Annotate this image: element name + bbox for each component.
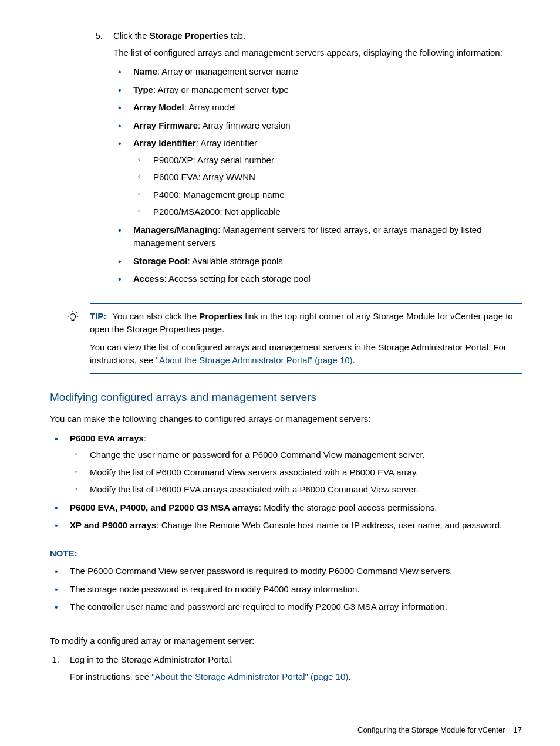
sub-list: Change the user name or password for a P…	[70, 448, 522, 497]
list-item: The controller user name and password ar…	[50, 600, 522, 614]
tip-p2: You can view the list of configured arra…	[90, 341, 522, 367]
tip-p1a: You can also click the	[112, 311, 199, 321]
list-item: The P6000 Command View server password i…	[50, 565, 522, 578]
step-text-post: tab.	[228, 31, 245, 40]
post-note-intro: To modify a configured array or manageme…	[50, 634, 522, 648]
sub-list-item: P4000: Management group name	[133, 188, 522, 202]
step-line: Log in to the Storage Administrator Port…	[70, 654, 234, 664]
section-body: You can make the following changes to co…	[50, 413, 522, 689]
tip-p1b: Properties	[199, 311, 242, 321]
note-label: NOTE:	[50, 547, 522, 561]
page-footer: Configuring the Storage Module for vCent…	[50, 724, 522, 736]
list-item: P6000 EVA, P4000, and P2000 G3 MSA array…	[50, 501, 522, 515]
sub-list-item: P6000 EVA: Array WWNN	[133, 171, 522, 184]
svg-line-5	[76, 312, 77, 313]
sub-list-item: Change the user name or password for a P…	[70, 448, 522, 462]
step-link[interactable]: "About the Storage Administrator Portal"…	[151, 671, 348, 681]
list-item: P6000 EVA arrays: Change the user name o…	[50, 432, 522, 497]
sub-list-item: P2000/MSA2000: Not applicable	[133, 205, 522, 219]
step-5: 5. Click the Storage Properties tab. The…	[90, 29, 522, 291]
page-number: 17	[514, 724, 522, 736]
note-block: NOTE: The P6000 Command View server pass…	[50, 541, 522, 625]
list-item: XP and P9000 arrays: Change the Remote W…	[50, 519, 522, 532]
svg-point-0	[70, 313, 75, 319]
sub-list-item: Modify the list of P6000 EVA arrays asso…	[70, 483, 522, 497]
section-list: P6000 EVA arrays: Change the user name o…	[50, 432, 522, 532]
step-description: The list of configured arrays and manage…	[113, 46, 522, 60]
tip-text: TIP:You can also click the Properties li…	[90, 310, 522, 367]
tip-icon	[66, 310, 90, 328]
tip-link[interactable]: "About the Storage Administrator Portal"…	[156, 355, 353, 365]
tip-label: TIP:	[90, 311, 106, 321]
list-item: Type: Array or management server type	[113, 83, 522, 97]
step-number: 1.	[50, 653, 70, 689]
svg-line-4	[69, 312, 69, 313]
list-item: Name: Array or management server name	[113, 65, 522, 79]
list-item: Array Model: Array model	[113, 101, 522, 114]
step-1: 1. Log in to the Storage Administrator P…	[50, 653, 522, 689]
list-item: Access: Access setting for each storage …	[113, 272, 522, 286]
section-heading: Modifying configured arrays and manageme…	[9, 389, 522, 406]
note-list: The P6000 Command View server password i…	[50, 565, 522, 614]
list-item: Array Firmware: Array firmware version	[113, 119, 522, 133]
tip-block: TIP:You can also click the Properties li…	[90, 303, 522, 374]
sub-list-item: P9000/XP: Array serial number	[133, 154, 522, 167]
footer-text: Configuring the Storage Module for vCent…	[357, 724, 505, 736]
list-item: Array Identifier: Array identifier P9000…	[113, 137, 522, 219]
step-number: 5.	[90, 29, 113, 291]
section-intro: You can make the following changes to co…	[50, 413, 522, 426]
step-desc: For instructions, see "About the Storage…	[70, 670, 522, 684]
sub-list: P9000/XP: Array serial number P6000 EVA:…	[133, 154, 522, 219]
step-text-pre: Click the	[113, 31, 150, 40]
sub-list-item: Modify the list of P6000 Command View se…	[70, 466, 522, 480]
list-item: Storage Pool: Available storage pools	[113, 255, 522, 268]
step-text-bold: Storage Properties	[150, 31, 228, 40]
info-list: Name: Array or management server name Ty…	[113, 65, 522, 286]
step-body: Click the Storage Properties tab. The li…	[113, 29, 522, 291]
step-body: Log in to the Storage Administrator Port…	[70, 653, 522, 689]
list-item: Managers/Managing: Management servers fo…	[113, 224, 522, 250]
list-item: The storage node password is required to…	[50, 583, 522, 596]
